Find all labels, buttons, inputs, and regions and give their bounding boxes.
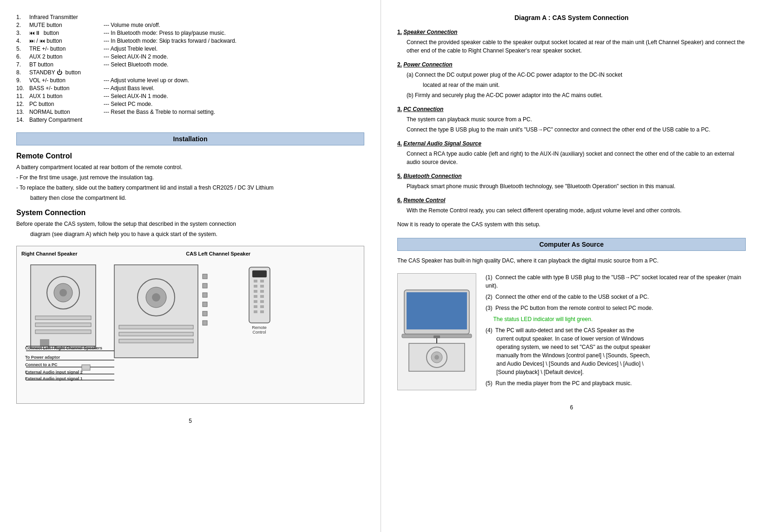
computer-diagram-svg [400,285,474,378]
svg-text:Connect Left / Right Channel S: Connect Left / Right Channel Speakers [25,346,102,350]
list-item: 11. AUX 1 button --- Select AUX-IN 1 mod… [16,93,364,99]
remote-control-title: Remote Control [16,152,364,160]
computer-intro: The CAS Speaker has built-in high qualit… [397,256,746,265]
list-item: 4. ⏭ / ⏮ button --- In Bluetooth mode: S… [16,38,364,44]
svg-rect-28 [260,290,264,293]
computer-as-source-body: (1) Connect the cable with type B USB pl… [397,273,746,390]
svg-rect-7 [40,339,49,346]
pc-connection-section: 3. PC Connection The system can playback… [397,105,746,134]
system-connection-title: System Connection [16,209,364,217]
svg-rect-18 [203,302,207,307]
power-connection-section: 2. Power Connection (a) Connect the DC o… [397,60,746,99]
list-item: 14. Battery Compartment [16,117,364,123]
svg-rect-14 [119,339,193,343]
svg-rect-15 [203,274,207,279]
svg-text:Remote: Remote [252,325,267,330]
svg-rect-30 [260,295,264,298]
bluetooth-connection-section: 5. Bluetooth Connection Playback smart p… [397,172,746,190]
svg-rect-60 [434,335,440,338]
list-item: 1. Infrared Transmitter [16,14,364,20]
svg-rect-4 [35,316,91,320]
green-status-text: The status LED indicator will light gree… [486,315,746,323]
svg-rect-20 [203,321,207,325]
external-audio-section: 4. External Audio Signal Source Connect … [397,139,746,166]
list-item: 5. TRE +/- button --- Adjust Treble leve… [16,46,364,52]
svg-text:External Audio input signal 2: External Audio input signal 2 [25,370,83,374]
svg-rect-17 [203,293,207,297]
diagram-a-title: Diagram A : CAS System Connection [397,14,746,21]
svg-rect-16 [203,283,207,288]
list-item: 7. BT button --- Select Bluetooth mode. [16,61,364,68]
svg-rect-36 [260,310,264,313]
component-list: 1. Infrared Transmitter 2. MUTE button -… [16,14,364,123]
now-ready-text: Now it is ready to operate the CAS syste… [397,220,746,229]
svg-point-58 [434,355,439,360]
right-page-number: 6 [397,404,746,411]
list-item: 8. STANDBY ⏻ button [16,69,364,76]
computer-as-source-header: Computer As Source [397,238,746,251]
svg-rect-26 [260,285,264,288]
svg-text:Control: Control [252,330,266,335]
svg-rect-5 [35,323,91,327]
svg-rect-33 [254,305,257,308]
svg-point-3 [59,289,67,296]
svg-rect-6 [35,330,91,334]
svg-rect-13 [119,332,193,336]
svg-text:Connect to a PC: Connect to a PC [25,362,58,367]
list-item: 12. PC button --- Select PC mode. [16,101,364,107]
system-diagram: Right Channel Speaker CAS Left Channel S… [16,246,364,404]
list-item: 10. BASS +/- button --- Adjust Bass leve… [16,85,364,92]
svg-rect-22 [252,270,267,277]
svg-text:To Power adaptor: To Power adaptor [25,355,60,360]
remote-control-text2: - For the first time usage, just remove … [16,173,364,182]
svg-rect-35 [254,310,257,313]
system-connection-text1b: diagram (see diagram A) which help you t… [30,230,364,238]
remote-control-section: 6. Remote Control With the Remote Contro… [397,196,746,215]
diagram-svg: Remote Control Connect Left / Right Chan… [21,260,361,390]
cas-left-label: CAS Left Channel Speaker [186,251,250,256]
svg-rect-27 [254,290,257,293]
speaker-connection-section: 1. Speaker Connection Connect the provid… [397,28,746,55]
svg-rect-24 [260,280,264,282]
left-page-number: 5 [16,418,364,424]
right-page: Diagram A : CAS System Connection 1. Spe… [381,0,762,532]
svg-rect-32 [260,300,264,303]
svg-rect-19 [203,311,207,316]
svg-rect-29 [254,295,257,298]
list-item: 6. AUX 2 button --- Select AUX-IN 2 mode… [16,53,364,60]
system-connection-text1: Before operate the CAS system, follow th… [16,220,364,228]
svg-rect-31 [254,300,257,303]
svg-rect-0 [31,265,96,348]
svg-point-11 [152,293,160,302]
svg-rect-42 [82,365,90,370]
installation-header: Installation [16,132,364,145]
svg-text:External Audio input signal 1: External Audio input signal 1 [25,376,83,381]
remote-control-text3b: battery then close the compartment lid. [30,194,364,202]
svg-rect-23 [254,280,257,282]
right-channel-label: Right Channel Speaker [21,251,77,256]
list-item: 13. NORMAL button --- Reset the Bass & T… [16,109,364,115]
list-item: 9. VOL +/- button --- Adjust volume leve… [16,77,364,84]
remote-control-text1: A battery compartment located at rear bo… [16,163,364,171]
remote-control-text3: - To replace the battery, slide out the … [16,184,364,192]
svg-rect-25 [254,285,257,288]
computer-image [397,273,476,390]
list-item: 2. MUTE button --- Volume mute on/off. [16,22,364,28]
svg-rect-12 [119,325,193,329]
list-item: 3. ⏮⏸ button --- In Bluetooth mode: Pres… [16,30,364,36]
left-page: 1. Infrared Transmitter 2. MUTE button -… [0,0,381,532]
svg-rect-34 [260,305,264,308]
svg-rect-53 [407,292,467,329]
computer-steps: (1) Connect the cable with type B USB pl… [486,273,746,390]
